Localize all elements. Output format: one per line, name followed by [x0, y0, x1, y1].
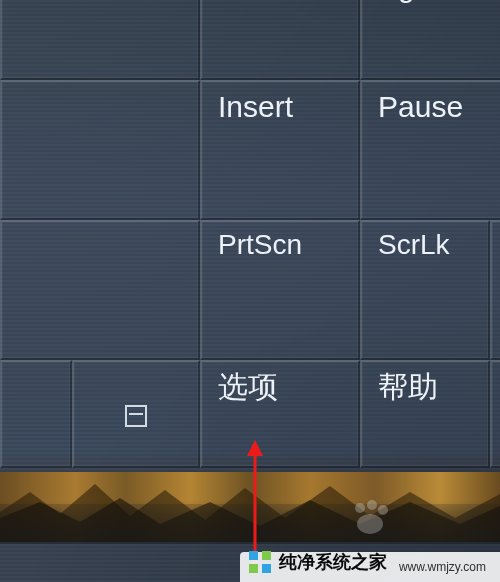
- key-insert[interactable]: Insert: [200, 80, 360, 220]
- svg-point-1: [367, 500, 377, 510]
- key-label: 帮助: [378, 370, 438, 403]
- window-restore-icon: [125, 405, 147, 427]
- key-partial-right-2[interactable]: 淡: [490, 360, 500, 468]
- key-label: PrtScn: [218, 229, 302, 260]
- key-label: Insert: [218, 90, 293, 123]
- key-scrlk[interactable]: ScrLk: [360, 220, 490, 360]
- key-label: End: [218, 0, 271, 3]
- key-help[interactable]: 帮助: [360, 360, 490, 468]
- screen-photo: Del End PgDn Insert Pause PrtScn ScrLk 使: [0, 0, 500, 582]
- key-label: PgDn: [378, 0, 453, 3]
- key-label: 选项: [218, 370, 278, 403]
- key-del[interactable]: Del: [0, 0, 200, 80]
- key-pause[interactable]: Pause: [360, 80, 500, 220]
- svg-point-3: [357, 514, 383, 534]
- key-partial-right-1[interactable]: 使: [490, 220, 500, 360]
- watermark-brand: 纯净系统之家: [279, 550, 387, 574]
- svg-point-0: [355, 503, 365, 513]
- on-screen-keyboard: Del End PgDn Insert Pause PrtScn ScrLk 使: [0, 0, 500, 472]
- key-blank-3[interactable]: [0, 360, 72, 468]
- taskbar[interactable]: [0, 504, 500, 544]
- key-end[interactable]: End: [200, 0, 360, 80]
- key-blank-1[interactable]: [0, 80, 200, 220]
- windows-tiles-icon: [249, 551, 271, 573]
- watermark: 纯净系统之家 www.wmjzy.com: [243, 548, 492, 576]
- svg-point-2: [378, 505, 388, 515]
- key-label: Del: [18, 0, 63, 3]
- tray-icon-ghost: [350, 500, 390, 536]
- key-options[interactable]: 选项: [200, 360, 360, 468]
- key-dock[interactable]: [72, 360, 200, 468]
- key-prtscn[interactable]: PrtScn: [200, 220, 360, 360]
- key-label: Pause: [378, 90, 463, 123]
- key-label: ScrLk: [378, 229, 450, 260]
- key-blank-2[interactable]: [0, 220, 200, 360]
- key-pgdn[interactable]: PgDn: [360, 0, 500, 80]
- watermark-url: www.wmjzy.com: [399, 560, 486, 574]
